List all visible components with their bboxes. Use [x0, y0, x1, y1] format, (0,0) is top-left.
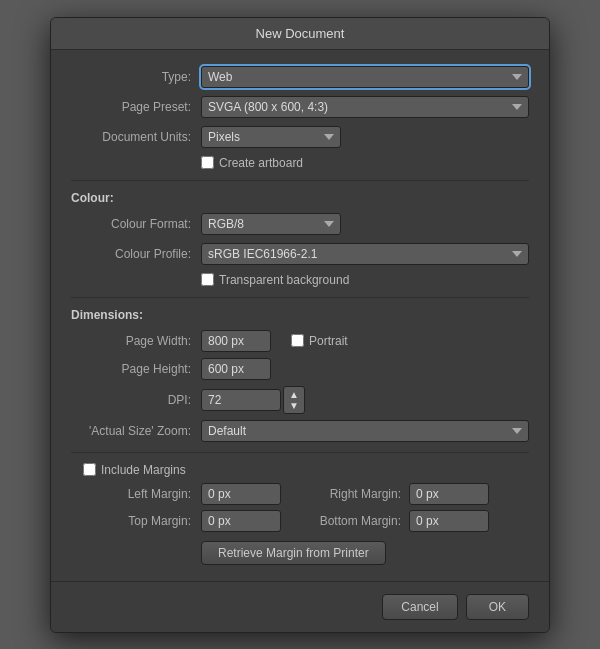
dialog-footer: Cancel OK [51, 581, 549, 632]
transparent-bg-label: Transparent background [219, 273, 349, 287]
dpi-label: DPI: [71, 393, 201, 407]
include-margins-checkbox[interactable] [83, 463, 96, 476]
page-preset-control: SVGA (800 x 600, 4:3) VGA (640 x 480, 4:… [201, 96, 529, 118]
bottom-margin-group: Bottom Margin: [311, 510, 489, 532]
cancel-button[interactable]: Cancel [382, 594, 457, 620]
document-units-select[interactable]: Pixels Inches Centimetres Millimetres Po… [201, 126, 341, 148]
top-margin-label: Top Margin: [71, 514, 201, 528]
dpi-input[interactable] [201, 389, 281, 411]
document-units-label: Document Units: [71, 130, 201, 144]
dialog-title: New Document [51, 18, 549, 50]
dpi-spinner[interactable]: ▲▼ [283, 386, 305, 414]
colour-profile-control: sRGB IEC61966-2.1 Adobe RGB (1998) None [201, 243, 529, 265]
right-margin-label: Right Margin: [311, 487, 401, 501]
document-units-row: Document Units: Pixels Inches Centimetre… [71, 126, 529, 148]
left-right-margin-row: Left Margin: Right Margin: [71, 483, 529, 505]
bottom-margin-input[interactable] [409, 510, 489, 532]
colour-format-label: Colour Format: [71, 217, 201, 231]
transparent-bg-checkbox[interactable] [201, 273, 214, 286]
page-height-label: Page Height: [71, 362, 201, 376]
page-width-row: Page Width: Portrait [71, 330, 529, 352]
page-width-label: Page Width: [71, 334, 201, 348]
create-artboard-row: Create artboard [201, 156, 529, 170]
colour-profile-label: Colour Profile: [71, 247, 201, 261]
top-margin-input[interactable] [201, 510, 281, 532]
ok-button[interactable]: OK [466, 594, 529, 620]
type-label: Type: [71, 70, 201, 84]
actual-size-zoom-row: 'Actual Size' Zoom: Default 50% 100% 200… [71, 420, 529, 442]
page-height-input[interactable] [201, 358, 271, 380]
page-width-input[interactable] [201, 330, 271, 352]
portrait-check: Portrait [291, 334, 348, 348]
actual-size-zoom-control: Default 50% 100% 200% [201, 420, 529, 442]
include-margins-label: Include Margins [101, 463, 186, 477]
portrait-label: Portrait [309, 334, 348, 348]
colour-format-select[interactable]: RGB/8 RGB/16 CMYK/8 Greyscale/8 [201, 213, 341, 235]
dpi-group: ▲▼ [201, 386, 305, 414]
divider-1 [71, 180, 529, 181]
include-margins-row: Include Margins [83, 463, 529, 477]
right-margin-input[interactable] [409, 483, 489, 505]
page-preset-row: Page Preset: SVGA (800 x 600, 4:3) VGA (… [71, 96, 529, 118]
new-document-dialog: New Document Type: Web Print Video and F… [50, 17, 550, 633]
colour-profile-select[interactable]: sRGB IEC61966-2.1 Adobe RGB (1998) None [201, 243, 529, 265]
document-units-control: Pixels Inches Centimetres Millimetres Po… [201, 126, 529, 148]
right-margin-group: Right Margin: [311, 483, 489, 505]
actual-size-zoom-select[interactable]: Default 50% 100% 200% [201, 420, 529, 442]
top-bottom-margin-row: Top Margin: Bottom Margin: [71, 510, 529, 532]
dpi-row: DPI: ▲▼ [71, 386, 529, 414]
portrait-checkbox[interactable] [291, 334, 304, 347]
create-artboard-label: Create artboard [219, 156, 303, 170]
type-select[interactable]: Web Print Video and Film Basic Advanced [201, 66, 529, 88]
type-row: Type: Web Print Video and Film Basic Adv… [71, 66, 529, 88]
page-preset-label: Page Preset: [71, 100, 201, 114]
colour-format-row: Colour Format: RGB/8 RGB/16 CMYK/8 Greys… [71, 213, 529, 235]
transparent-bg-row: Transparent background [201, 273, 529, 287]
dialog-body: Type: Web Print Video and Film Basic Adv… [51, 50, 549, 581]
retrieve-margin-button[interactable]: Retrieve Margin from Printer [201, 541, 386, 565]
divider-3 [71, 452, 529, 453]
divider-2 [71, 297, 529, 298]
colour-format-control: RGB/8 RGB/16 CMYK/8 Greyscale/8 [201, 213, 529, 235]
colour-section-header: Colour: [71, 191, 529, 205]
colour-profile-row: Colour Profile: sRGB IEC61966-2.1 Adobe … [71, 243, 529, 265]
create-artboard-checkbox[interactable] [201, 156, 214, 169]
actual-size-zoom-label: 'Actual Size' Zoom: [71, 424, 201, 438]
page-preset-select[interactable]: SVGA (800 x 600, 4:3) VGA (640 x 480, 4:… [201, 96, 529, 118]
type-control: Web Print Video and Film Basic Advanced [201, 66, 529, 88]
left-margin-input[interactable] [201, 483, 281, 505]
page-height-row: Page Height: [71, 358, 529, 380]
dimensions-section-header: Dimensions: [71, 308, 529, 322]
left-margin-label: Left Margin: [71, 487, 201, 501]
bottom-margin-label: Bottom Margin: [311, 514, 401, 528]
